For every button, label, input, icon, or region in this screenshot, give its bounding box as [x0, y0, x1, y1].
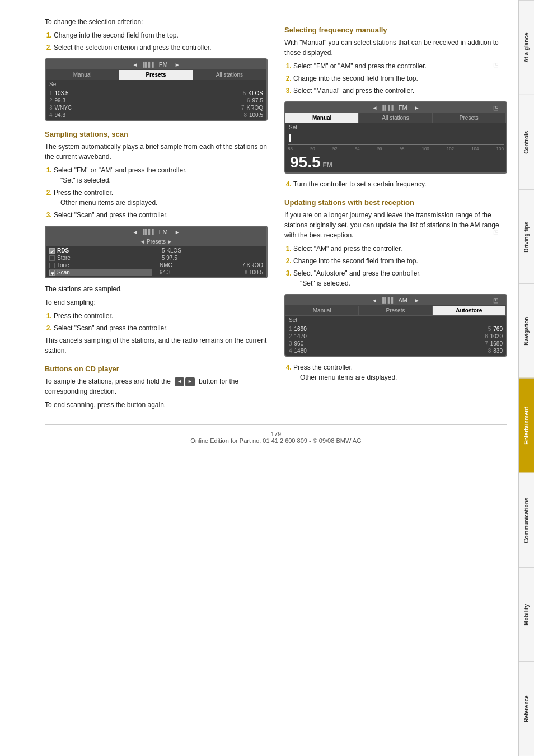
menu-tone: Tone	[49, 262, 152, 269]
cursor-area	[285, 132, 506, 143]
tab-presets-4[interactable]: Presets	[359, 306, 432, 315]
screen-header-3: ◄ ▐▌▌▌ FM ► ◳	[285, 102, 506, 113]
end-step-2: Select "Scan" and press the controller.	[54, 323, 268, 333]
updating-intro: If you are on a longer journey and leave…	[284, 210, 507, 240]
band-label-3: FM	[399, 104, 407, 111]
screen-tabs-4: Manual Presets Autostore	[285, 306, 506, 316]
menu-scan[interactable]: ▼ Scan	[49, 269, 152, 276]
tab-allstations-3[interactable]: All stations	[359, 113, 432, 123]
am-row-4: 41480 8830	[289, 347, 503, 354]
intro-text: To change the selection criterion:	[45, 17, 268, 27]
sampling-step-2: Press the controller. Other menu items a…	[54, 188, 268, 208]
radio-screen-1: ◄ ▐▌▌▌ FM ► ◳ Manual Presets All station…	[45, 58, 268, 121]
left-column: To change the selection criterion: Chang…	[45, 17, 268, 413]
right-tab-panel: At a glance Controls Driving tips Naviga…	[518, 0, 534, 756]
s2-row-3: NMC7 KROQ	[160, 262, 263, 269]
sampling-intro: The system automatically plays a brief s…	[45, 142, 268, 162]
tab-controls[interactable]: Controls	[519, 95, 534, 189]
cd-title: Buttons on CD player	[45, 365, 268, 373]
selecting-intro: With "Manual" you can select stations th…	[284, 38, 507, 58]
screen-stations-4: 11690 5760 21470 61020 3960 71680 41480 …	[285, 324, 506, 356]
station-row-3: 3WNYC 7KROQ	[49, 104, 263, 111]
screen-header-1: ◄ ▐▌▌▌ FM ► ◳	[46, 59, 266, 70]
selecting-steps: Select "FM" or "AM" and press the contro…	[284, 61, 507, 96]
screen2-menu: ✓ RDS Store Tone ▼ Sca	[46, 246, 156, 277]
sampling-step-3: Select "Scan" and press the controller.	[54, 210, 268, 220]
station-row-2: 299.3 697.5	[49, 97, 263, 104]
menu-store: Store	[49, 254, 152, 262]
tab-manual-4[interactable]: Manual	[285, 306, 359, 315]
tab-mobility[interactable]: Mobility	[519, 567, 534, 662]
left-arrow-1: ◄	[132, 62, 138, 68]
big-frequency: 95.5 FM	[285, 152, 506, 172]
initial-steps: Change into the second field from the to…	[45, 30, 268, 53]
am-row-1: 11690 5760	[289, 325, 503, 333]
updating-title: Updating stations with best reception	[284, 198, 507, 207]
screen-tabs-1: Manual Presets All stations	[46, 70, 266, 80]
step4b-list: Press the controller. Other menu items a…	[284, 362, 507, 382]
tab-presets-3[interactable]: Presets	[433, 113, 506, 123]
s2-row-1: 5 KLOS	[160, 247, 263, 254]
tab-presets-1[interactable]: Presets	[119, 70, 193, 80]
cancel-note: This cancels sampling of the stations, a…	[45, 335, 268, 356]
tab-reference[interactable]: Reference	[519, 661, 534, 756]
cursor-indicator	[289, 134, 291, 142]
tab-manual-1[interactable]: Manual	[46, 70, 119, 80]
screen-set-4: Set	[285, 316, 506, 324]
screen-set-1: Set	[46, 80, 266, 88]
step4-item: Turn the controller to set a certain fre…	[293, 179, 507, 189]
end-sampling-label: To end sampling:	[45, 297, 268, 307]
tab-driving-tips[interactable]: Driving tips	[519, 189, 534, 284]
band-label-1: FM	[159, 61, 168, 68]
tab-manual-3[interactable]: Manual	[285, 113, 359, 123]
sel-step-3: Select "Manual" and press the controller…	[293, 86, 507, 96]
sel-step-2: Change into the second field from the to…	[293, 73, 507, 83]
freq-scale-bar: 88 90 92 94 96 98 100 102 104 106	[285, 143, 506, 152]
tab-allstations-1[interactable]: All stations	[193, 70, 266, 80]
screen-set-3: Set	[285, 123, 506, 132]
cd-buttons: ◄ ►	[175, 377, 195, 386]
sel-step-1: Select "FM" or "AM" and press the contro…	[293, 61, 507, 71]
cd-next-btn[interactable]: ►	[185, 377, 195, 386]
cd-text: To sample the stations, press and hold t…	[45, 376, 268, 396]
radio-screen-3: ◄ ▐▌▌▌ FM ► ◳ Manual All stations Preset…	[284, 101, 507, 174]
station-row-1: 1103.5 5KLOS	[49, 90, 263, 97]
sampled-note: The stations are sampled.	[45, 284, 268, 294]
page-footer: 179 Online Edition for Part no. 01 41 2 …	[45, 424, 507, 444]
two-col-layout: To change the selection criterion: Chang…	[45, 17, 507, 413]
screen-stations-1: 1103.5 5KLOS 299.3 697.5 3WNYC 7KROQ 494…	[46, 88, 266, 120]
tab-autostore-4[interactable]: Autostore	[433, 306, 506, 315]
end-step-1: Press the controller.	[54, 311, 268, 321]
upd-step-2: Change into the second field from the to…	[293, 256, 507, 266]
step-1: Change into the second field from the to…	[54, 30, 268, 40]
right-column: Selecting frequency manually With "Manua…	[284, 17, 507, 413]
updating-steps: Select "AM" and press the controller. Ch…	[284, 244, 507, 288]
step4-list: Turn the controller to set a certain fre…	[284, 179, 507, 189]
presets-bar: ◄ Presets ►	[46, 237, 266, 246]
tab-navigation[interactable]: Navigation	[519, 283, 534, 378]
radio-screen-4: ◄ ▐▌▌▌ AM ► ◳ Manual Presets Autostore S…	[284, 294, 507, 357]
screen-tabs-3: Manual All stations Presets	[285, 113, 506, 123]
rds-checkbox: ✓	[49, 248, 55, 254]
s2-row-2: 5 97.5	[160, 254, 263, 262]
band-label-4: AM	[399, 297, 408, 304]
sampling-title: Sampling stations, scan	[45, 130, 268, 138]
upd-step-1: Select "AM" and press the controller.	[293, 244, 507, 254]
page-number: 179	[271, 431, 281, 437]
screen-header-2: ◄ ▐▌▌▌ FM ► ◳	[46, 227, 266, 237]
tab-entertainment[interactable]: Entertainment	[519, 378, 534, 473]
screen2-stations: 5 KLOS 5 97.5 NMC7 KROQ 94.38 100.5	[156, 246, 266, 277]
tab-at-a-glance[interactable]: At a glance	[519, 0, 534, 95]
step4b-item: Press the controller. Other menu items a…	[293, 362, 507, 382]
station-row-4: 494.3 8100.5	[49, 111, 263, 119]
tab-communications[interactable]: Communications	[519, 473, 534, 567]
footer-text: Online Edition for Part no. 01 41 2 600 …	[190, 437, 361, 444]
cd-prev-btn[interactable]: ◄	[175, 377, 184, 386]
right-arrow-1: ►	[175, 62, 180, 68]
signal-bars: ▐▌▌▌	[141, 62, 156, 67]
screen-header-4: ◄ ▐▌▌▌ AM ► ◳	[285, 295, 506, 306]
cd-text3: To end scanning, press the button again.	[45, 400, 268, 410]
store-checkbox	[49, 255, 55, 261]
selecting-title: Selecting frequency manually	[284, 26, 507, 34]
am-row-2: 21470 61020	[289, 333, 503, 340]
